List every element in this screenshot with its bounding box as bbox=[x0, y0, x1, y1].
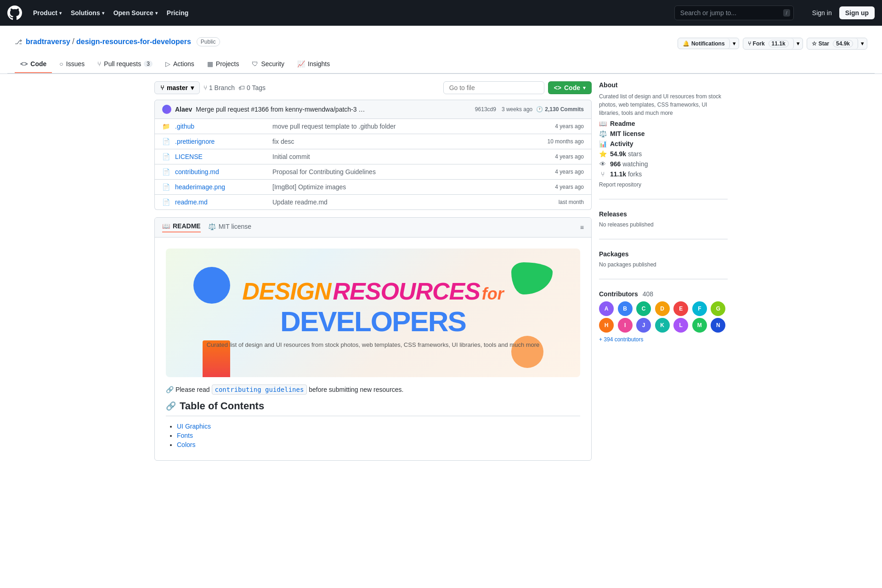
file-link[interactable]: .github bbox=[175, 123, 194, 130]
clock-icon: 🕐 bbox=[536, 106, 543, 113]
file-link[interactable]: LICENSE bbox=[175, 153, 203, 160]
meta-link[interactable]: Activity bbox=[610, 140, 633, 147]
contributing-guidelines-link[interactable]: contributing guidelines bbox=[212, 384, 307, 395]
contributors-more-link[interactable]: + 394 contributors bbox=[599, 336, 728, 343]
file-link[interactable]: headerimage.png bbox=[175, 183, 225, 191]
code-icon: <> bbox=[20, 60, 28, 68]
code-button[interactable]: <> Code ▾ bbox=[548, 81, 592, 94]
meta-link[interactable]: 11.1k forks bbox=[610, 170, 642, 178]
signup-button[interactable]: Sign up bbox=[839, 6, 875, 19]
readme-tab-readme[interactable]: 📖 README bbox=[162, 222, 201, 232]
readme-banner: DESIGN RESOURCES for DEVELOPERS Curated … bbox=[166, 249, 580, 377]
sidebar-meta-item[interactable]: 📖 Readme bbox=[599, 120, 728, 127]
report-repo-link[interactable]: Report repository bbox=[599, 181, 728, 188]
star-icon: ☆ bbox=[812, 40, 817, 47]
tab-security[interactable]: 🛡 Security bbox=[246, 56, 290, 73]
contributing-paragraph: 🔗 Please read contributing guidelines be… bbox=[166, 384, 580, 395]
banner-design-text: DESIGN bbox=[242, 278, 331, 305]
banner-line1: DESIGN RESOURCES for bbox=[207, 277, 540, 305]
repo-name-link[interactable]: design-resources-for-developers bbox=[76, 38, 191, 46]
contributor-avatar[interactable]: H bbox=[599, 318, 614, 333]
sidebar-meta-item[interactable]: ⭐ 54.9k stars bbox=[599, 150, 728, 158]
commit-hash-link[interactable]: 9613cd9 bbox=[475, 106, 496, 113]
actions-icon: ▷ bbox=[165, 60, 170, 68]
tab-projects[interactable]: ▦ Projects bbox=[202, 56, 245, 73]
packages-empty: No packages published bbox=[599, 261, 728, 268]
commits-count-link[interactable]: 2,130 Commits bbox=[545, 106, 584, 113]
nav-solutions[interactable]: Solutions ▾ bbox=[67, 6, 108, 19]
tab-pull-requests[interactable]: ⑂ Pull requests 3 bbox=[92, 56, 158, 73]
contributor-avatar[interactable]: M bbox=[692, 318, 707, 333]
contributing-section: 🔗 Please read contributing guidelines be… bbox=[166, 384, 580, 449]
issue-icon: ○ bbox=[59, 60, 63, 68]
book-icon: 📖 bbox=[162, 222, 170, 230]
branch-name: master bbox=[167, 84, 188, 91]
sidebar-meta-item[interactable]: ⚖️ MIT license bbox=[599, 130, 728, 137]
pr-count: 3 bbox=[144, 61, 153, 67]
eye-icon: 👁 bbox=[599, 160, 606, 168]
contributor-avatar[interactable]: F bbox=[692, 301, 707, 316]
tab-insights[interactable]: 📈 Insights bbox=[292, 56, 335, 73]
file-link[interactable]: contributing.md bbox=[175, 168, 219, 175]
meta-link[interactable]: 966 watching bbox=[610, 160, 648, 168]
contributor-avatar[interactable]: N bbox=[711, 318, 725, 333]
nav-product[interactable]: Product ▾ bbox=[29, 6, 65, 19]
contributor-avatar[interactable]: C bbox=[636, 301, 651, 316]
file-icon: 📄 bbox=[162, 153, 170, 160]
fork-icon: ⑂ bbox=[599, 170, 606, 178]
notifications-button[interactable]: 🔔 Notifications bbox=[678, 39, 730, 49]
repo-tabs: <> Code ○ Issues ⑂ Pull requests 3 ▷ Act… bbox=[7, 56, 875, 74]
meta-link[interactable]: Readme bbox=[610, 120, 635, 127]
tag-count-link[interactable]: 🏷 0 Tags bbox=[238, 84, 266, 91]
toc-anchor[interactable]: 🔗 bbox=[166, 401, 176, 411]
chevron-down-icon: ▾ bbox=[102, 11, 104, 16]
readme-tab-license[interactable]: ⚖️ MIT license bbox=[208, 223, 251, 232]
tab-issues[interactable]: ○ Issues bbox=[54, 56, 90, 73]
nav-opensource[interactable]: Open Source ▾ bbox=[110, 6, 161, 19]
about-description: Curated list of design and UI resources … bbox=[599, 92, 728, 117]
meta-link[interactable]: 54.9k stars bbox=[610, 150, 642, 158]
pr-icon: ⑂ bbox=[97, 60, 101, 68]
toc-heading: 🔗 Table of Contents bbox=[166, 400, 580, 416]
sidebar-meta-item[interactable]: 📊 Activity bbox=[599, 140, 728, 147]
sidebar-meta-item[interactable]: 👁 966 watching bbox=[599, 160, 728, 168]
file-link[interactable]: readme.md bbox=[175, 198, 208, 206]
contributor-avatar[interactable]: B bbox=[618, 301, 633, 316]
toc-item-link[interactable]: Fonts bbox=[177, 432, 193, 439]
fork-button[interactable]: ⑂ Fork 11.1k bbox=[743, 38, 794, 49]
search-input[interactable] bbox=[674, 6, 794, 20]
signin-button[interactable]: Sign in bbox=[808, 7, 836, 19]
branch-count-link[interactable]: ⑂ 1 Branch bbox=[204, 84, 235, 91]
github-logo[interactable] bbox=[7, 6, 22, 20]
contributor-avatar[interactable]: E bbox=[673, 301, 688, 316]
contributor-avatar[interactable]: G bbox=[711, 301, 725, 316]
file-name: .github bbox=[175, 123, 267, 130]
star-button[interactable]: ☆ Star 54.9k bbox=[807, 38, 858, 49]
table-row: 📁 .github move pull request template to … bbox=[155, 119, 591, 134]
tab-actions[interactable]: ▷ Actions bbox=[160, 56, 200, 73]
file-link[interactable]: .prettierignore bbox=[175, 138, 215, 145]
contributor-avatar[interactable]: I bbox=[618, 318, 633, 333]
file-icon: 📄 bbox=[162, 198, 170, 206]
meta-link[interactable]: MIT license bbox=[610, 130, 645, 137]
fork-dropdown[interactable]: ▾ bbox=[794, 38, 803, 49]
sidebar-meta-item[interactable]: ⑂ 11.1k forks bbox=[599, 170, 728, 178]
repo-owner-link[interactable]: bradtraversy bbox=[26, 38, 70, 46]
readme-menu-icon[interactable]: ≡ bbox=[580, 224, 584, 231]
contributor-avatar[interactable]: D bbox=[655, 301, 670, 316]
notifications-dropdown[interactable]: ▾ bbox=[730, 38, 739, 49]
goto-file-input[interactable] bbox=[443, 81, 544, 94]
contributor-avatar[interactable]: L bbox=[673, 318, 688, 333]
nav-pricing[interactable]: Pricing bbox=[163, 6, 192, 19]
tab-code[interactable]: <> Code bbox=[15, 56, 52, 73]
branch-selector[interactable]: ⑂ master ▾ bbox=[154, 81, 200, 94]
file-name: readme.md bbox=[175, 198, 267, 206]
sidebar-releases: Releases No releases published bbox=[599, 210, 728, 239]
contributor-avatar[interactable]: A bbox=[599, 301, 614, 316]
toc-item-link[interactable]: Colors bbox=[177, 441, 195, 448]
star-dropdown[interactable]: ▾ bbox=[858, 38, 867, 49]
tag-info: 🏷 0 Tags bbox=[238, 84, 266, 91]
toc-item-link[interactable]: UI Graphics bbox=[177, 423, 211, 430]
contributor-avatar[interactable]: J bbox=[636, 318, 651, 333]
contributor-avatar[interactable]: K bbox=[655, 318, 670, 333]
